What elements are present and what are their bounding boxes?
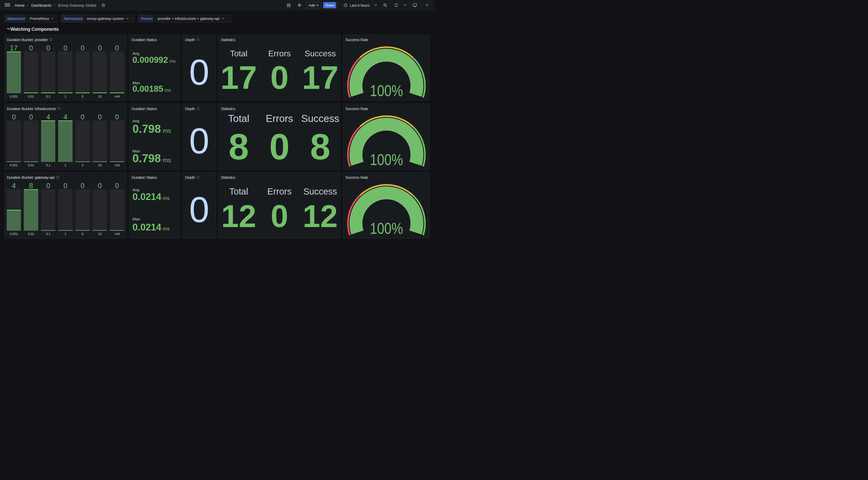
- svg-text:100%: 100%: [370, 151, 403, 169]
- svg-text:100%: 100%: [370, 219, 403, 237]
- svg-text:100%: 100%: [370, 82, 403, 99]
